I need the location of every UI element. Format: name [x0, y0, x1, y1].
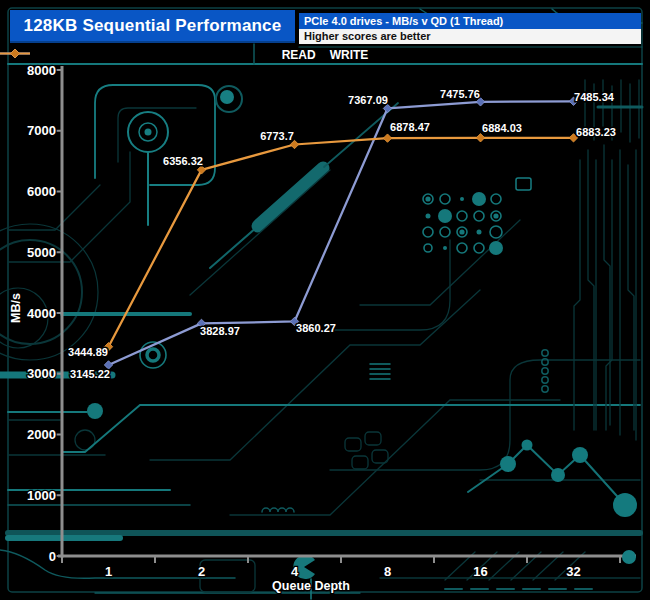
y-tick-label: 4000 — [27, 306, 56, 321]
legend-item-read: READ — [282, 48, 316, 62]
data-label: 6773.7 — [260, 130, 294, 142]
legend-label: WRITE — [330, 48, 369, 62]
chart-canvas: 0100020003000400050006000700080001248163… — [0, 0, 650, 600]
x-tick-label: 2 — [198, 564, 205, 579]
x-tick-label: 8 — [384, 564, 391, 579]
x-axis-title: Queue Depth — [272, 579, 350, 593]
data-label: 6883.23 — [576, 126, 616, 138]
y-tick-label: 6000 — [27, 184, 56, 199]
title-box: 128KB Sequential Performance — [10, 10, 295, 43]
y-tick-label: 8000 — [27, 63, 56, 78]
data-label: 3444.89 — [68, 346, 108, 358]
legend-label: READ — [282, 48, 316, 62]
legend-marker-write — [0, 48, 30, 59]
data-label: 3860.27 — [296, 322, 336, 334]
data-label: 6356.32 — [163, 155, 203, 167]
note-text: Higher scores are better — [304, 30, 431, 42]
data-label: 7367.09 — [348, 94, 388, 106]
y-tick-label: 3000 — [27, 366, 56, 381]
legend-diamond — [11, 49, 20, 58]
x-tick-label: 32 — [566, 564, 580, 579]
page-title: 128KB Sequential Performance — [24, 16, 282, 36]
axis-end-ball — [622, 550, 636, 564]
data-label: 7475.76 — [440, 88, 480, 100]
subtitle-text: PCIe 4.0 drives - MB/s v QD (1 Thread) — [304, 15, 503, 27]
data-label: 6884.03 — [482, 122, 522, 134]
y-tick-label: 7000 — [27, 123, 56, 138]
legend: READWRITE — [0, 48, 650, 62]
chart-page: 0100020003000400050006000700080001248163… — [0, 0, 650, 600]
legend-item-write: WRITE — [330, 48, 369, 62]
y-tick-label: 0 — [49, 549, 56, 564]
data-label: 3145.22 — [70, 368, 110, 380]
y-tick-label: 1000 — [27, 488, 56, 503]
data-label: 7485.34 — [574, 91, 615, 103]
x-tick-label: 1 — [105, 564, 112, 579]
y-axis-title: MB/s — [9, 293, 23, 323]
x-tick-label: 16 — [473, 564, 487, 579]
x-tick-label: 4 — [291, 564, 299, 579]
y-tick-label: 5000 — [27, 245, 56, 260]
y-tick-label: 2000 — [27, 427, 56, 442]
note-bar: Higher scores are better — [299, 29, 641, 44]
data-label: 6878.47 — [390, 121, 430, 133]
subtitle-bar: PCIe 4.0 drives - MB/s v QD (1 Thread) — [299, 13, 641, 29]
data-label: 3828.97 — [200, 325, 240, 337]
